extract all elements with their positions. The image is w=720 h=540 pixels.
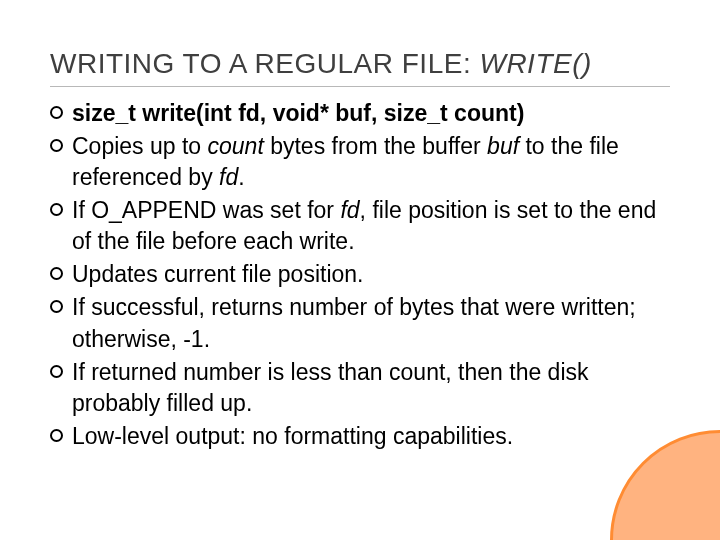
bullet-icon	[50, 139, 63, 152]
list-item: size_t write(int fd, void* buf, size_t c…	[50, 98, 670, 129]
param-fd: fd	[340, 197, 359, 223]
bullet-list: size_t write(int fd, void* buf, size_t c…	[50, 98, 670, 452]
bullet-icon	[50, 267, 63, 280]
item-text: Copies up to count bytes from the buffer…	[72, 131, 670, 193]
item-text: If O_APPEND was set for fd, file positio…	[72, 195, 670, 257]
param-fd: fd	[219, 164, 238, 190]
title-underline	[50, 86, 670, 87]
text-run: .	[238, 164, 244, 190]
text-run: Copies up to	[72, 133, 208, 159]
text-run: bytes from the buffer	[264, 133, 487, 159]
title-function-name: WRITE()	[479, 48, 591, 79]
list-item: If O_APPEND was set for fd, file positio…	[50, 195, 670, 257]
list-item: Updates current file position.	[50, 259, 670, 290]
title-text: WRITING TO A REGULAR FILE:	[50, 48, 479, 79]
text-run: If O_APPEND was set for	[72, 197, 340, 223]
param-buf: buf	[487, 133, 519, 159]
bullet-icon	[50, 429, 63, 442]
item-text: Low-level output: no formatting capabili…	[72, 421, 670, 452]
item-text: Updates current file position.	[72, 259, 670, 290]
item-text: If successful, returns number of bytes t…	[72, 292, 670, 354]
bullet-icon	[50, 365, 63, 378]
list-item: Low-level output: no formatting capabili…	[50, 421, 670, 452]
slide-title: WRITING TO A REGULAR FILE: WRITE()	[50, 48, 670, 80]
bullet-icon	[50, 203, 63, 216]
slide: WRITING TO A REGULAR FILE: WRITE() size_…	[0, 0, 720, 540]
list-item: Copies up to count bytes from the buffer…	[50, 131, 670, 193]
list-item: If returned number is less than count, t…	[50, 357, 670, 419]
param-count: count	[208, 133, 264, 159]
function-signature: size_t write(int fd, void* buf, size_t c…	[72, 98, 670, 129]
bullet-icon	[50, 300, 63, 313]
item-text: If returned number is less than count, t…	[72, 357, 670, 419]
bullet-icon	[50, 106, 63, 119]
list-item: If successful, returns number of bytes t…	[50, 292, 670, 354]
